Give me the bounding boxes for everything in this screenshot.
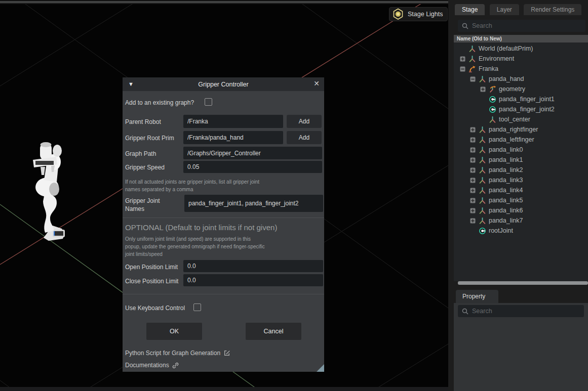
expand-icon[interactable]: [480, 86, 486, 92]
tree-item-panda_link4[interactable]: panda_link4: [454, 185, 588, 195]
stage-lights-button[interactable]: Stage Lights: [389, 7, 448, 21]
expand-icon[interactable]: [470, 218, 476, 224]
close-position-limit-input[interactable]: [183, 274, 323, 286]
cancel-button[interactable]: Cancel: [246, 323, 301, 340]
tree-item-panda_link5[interactable]: panda_link5: [454, 195, 588, 205]
xform-icon: [479, 166, 486, 174]
tree-item-panda_link2[interactable]: panda_link2: [454, 165, 588, 175]
tree-item-label: World (defaultPrim): [479, 45, 533, 52]
bottom-strip: [0, 387, 448, 391]
tree-item-rootJoint[interactable]: rootJoint: [454, 226, 588, 236]
gripper-speed-input[interactable]: [183, 161, 322, 173]
tree-item-label: panda_link7: [489, 217, 523, 224]
gripper-joint-names-label-line1: Gripper Joint: [125, 197, 160, 204]
collapse-icon[interactable]: [460, 66, 465, 72]
tree-item-panda_link6[interactable]: panda_link6: [454, 205, 588, 215]
tree-item-label: panda_finger_joint1: [499, 96, 555, 103]
dialog-resize-grip[interactable]: [317, 364, 324, 372]
graph-path-input[interactable]: [183, 147, 322, 159]
expand-icon[interactable]: [470, 208, 476, 213]
articulation-root-icon: [468, 65, 476, 73]
python-script-link-label: Python Script for Graph Generation: [125, 350, 220, 357]
stage-horizontal-scrollbar[interactable]: [458, 281, 588, 285]
tree-item-World-defaultPrim-[interactable]: World (defaultPrim): [454, 44, 588, 54]
xform-icon: [479, 177, 486, 184]
edit-icon: [223, 350, 230, 357]
tree-item-geometry[interactable]: geometry: [454, 84, 588, 94]
tree-item-label: Franka: [479, 65, 498, 72]
optional-section-heading: OPTIONAL (Default to joint limits if not…: [125, 223, 277, 232]
python-script-link[interactable]: Python Script for Graph Generation: [125, 350, 230, 357]
expand-icon[interactable]: [470, 167, 476, 173]
joint-icon: [489, 96, 496, 103]
tree-item-panda_link1[interactable]: panda_link1: [454, 155, 588, 165]
gripper-root-prim-input[interactable]: [183, 131, 283, 144]
close-icon[interactable]: ✕: [313, 79, 320, 88]
tree-item-label: panda_link6: [489, 207, 523, 214]
tree-item-panda_finger_joint1[interactable]: panda_finger_joint1: [454, 94, 588, 104]
stage-lights-label: Stage Lights: [408, 11, 443, 18]
optional-hint-line1: Only uniform joint limit (and speed) are…: [125, 236, 251, 242]
gripper-root-prim-add-button[interactable]: Add: [287, 131, 322, 144]
tree-item-panda_link7[interactable]: panda_link7: [454, 215, 588, 226]
add-existing-graph-checkbox[interactable]: [205, 98, 212, 106]
franka-robot-model[interactable]: [33, 142, 65, 241]
documentations-link[interactable]: Documentations: [125, 362, 179, 369]
expand-icon[interactable]: [470, 188, 476, 193]
xform-icon: [479, 156, 486, 164]
ok-button[interactable]: OK: [146, 323, 202, 340]
stage-search-input[interactable]: [472, 22, 571, 29]
expand-icon[interactable]: [470, 178, 476, 183]
tree-item-label: panda_link2: [489, 166, 523, 173]
tab-stage[interactable]: Stage: [455, 4, 485, 15]
expand-icon[interactable]: [470, 127, 476, 133]
expand-icon[interactable]: [470, 198, 476, 203]
section-divider: [123, 294, 324, 294]
expand-icon[interactable]: [460, 56, 465, 62]
tree-item-panda_leftfinger[interactable]: panda_leftfinger: [454, 135, 588, 145]
expander-spacer: [480, 107, 486, 112]
parent-robot-input[interactable]: [183, 115, 283, 128]
collapse-triangle-icon[interactable]: ▼: [128, 81, 134, 87]
tree-item-panda_finger_joint2[interactable]: panda_finger_joint2: [454, 104, 588, 114]
geometry-mesh-icon: [489, 85, 496, 93]
collapse-icon[interactable]: [470, 76, 476, 82]
tree-item-label: panda_link4: [489, 187, 523, 194]
tree-item-label: panda_hand: [489, 75, 524, 82]
tree-item-panda_link0[interactable]: panda_link0: [454, 145, 588, 155]
parent-robot-add-button[interactable]: Add: [287, 115, 322, 128]
dialog-titlebar[interactable]: ▼ Gripper Controller ✕: [123, 77, 324, 91]
expand-icon[interactable]: [470, 147, 476, 153]
tree-item-label: geometry: [499, 85, 525, 93]
property-search-box[interactable]: [458, 305, 584, 317]
use-keyboard-control-checkbox[interactable]: [193, 303, 201, 311]
tree-column-header[interactable]: Name (Old to New): [454, 35, 588, 42]
tree-item-tool_center[interactable]: tool_center: [454, 114, 588, 124]
property-panel-body: [454, 303, 588, 391]
tab-property[interactable]: Property: [456, 290, 498, 303]
tree-item-Franka[interactable]: Franka: [454, 64, 588, 74]
property-search-input[interactable]: [472, 308, 570, 315]
search-icon: [462, 308, 468, 315]
expand-icon[interactable]: [470, 157, 476, 163]
stage-search-box[interactable]: [458, 20, 585, 32]
tree-item-label: panda_link1: [489, 156, 523, 163]
tree-item-panda_link3[interactable]: panda_link3: [454, 175, 588, 185]
tree-item-label: Environment: [479, 55, 514, 62]
open-position-limit-input[interactable]: [183, 260, 323, 272]
tab-render-settings[interactable]: Render Settings: [524, 4, 581, 15]
gripper-joint-names-label-line2: Names: [125, 205, 144, 212]
tree-item-Environment[interactable]: Environment: [454, 54, 588, 64]
tree-item-panda_rightfinger[interactable]: panda_rightfinger: [454, 124, 588, 135]
light-icon: [392, 8, 404, 21]
search-icon: [462, 23, 468, 29]
tree-item-label: panda_rightfinger: [489, 126, 538, 133]
expand-icon[interactable]: [470, 137, 476, 143]
close-position-limit-label: Close Position Limit: [125, 278, 178, 285]
xform-icon: [489, 116, 496, 123]
xform-icon: [479, 126, 486, 134]
gripper-joint-names-input[interactable]: [184, 195, 323, 212]
tab-layer[interactable]: Layer: [490, 4, 519, 15]
expander-spacer: [480, 97, 486, 102]
tree-item-panda_hand[interactable]: panda_hand: [454, 74, 588, 84]
